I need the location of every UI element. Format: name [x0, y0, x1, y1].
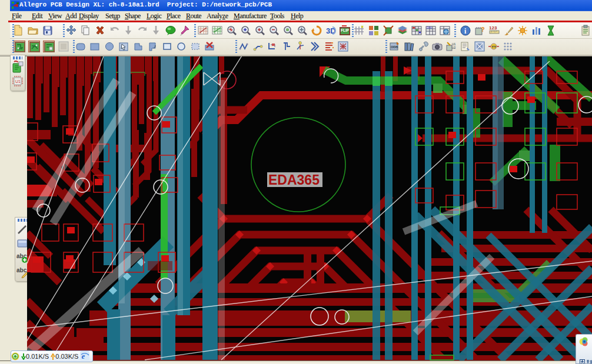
svg-text:ODB: ODB — [391, 45, 398, 49]
svg-text:U1: U1 — [15, 79, 21, 84]
svg-text:U2: U2 — [452, 46, 456, 49]
svg-text:EDA365: EDA365 — [268, 172, 320, 188]
svg-text:FLIP: FLIP — [341, 28, 350, 32]
svg-text:DFA: DFA — [427, 26, 432, 29]
svg-text:?: ? — [481, 26, 485, 33]
svg-text:TT: TT — [492, 45, 497, 49]
svg-text:abc: abc — [16, 267, 27, 273]
svg-text:123: 123 — [489, 25, 497, 31]
svg-text:e: e — [82, 352, 85, 360]
